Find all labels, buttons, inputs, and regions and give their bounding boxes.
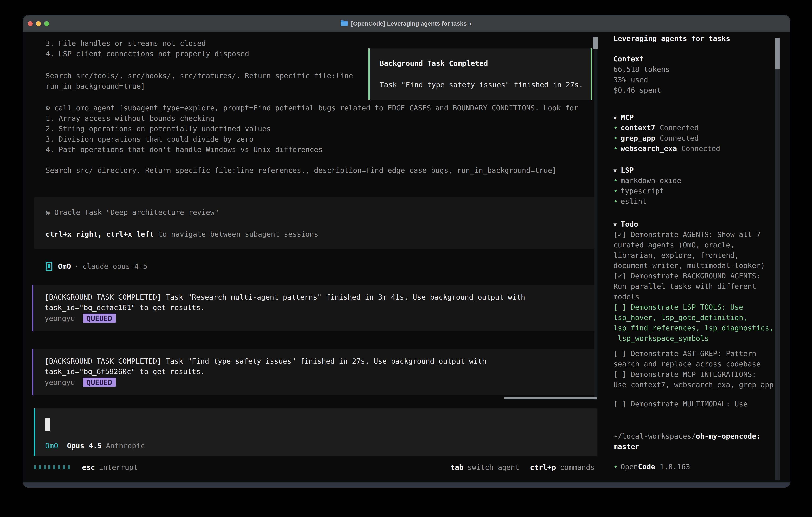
bullet-dot-icon: • bbox=[613, 196, 620, 207]
workspace-branch: master bbox=[613, 441, 761, 452]
input-model-name[interactable]: Opus 4.5 bbox=[67, 442, 102, 450]
workspace-dir: ~/local-workspaces/ bbox=[613, 432, 696, 440]
gear-icon: ⚙ bbox=[46, 104, 50, 112]
lsp-heading[interactable]: ▼LSP bbox=[613, 165, 681, 175]
bullet-dot-icon: • bbox=[613, 463, 620, 471]
background-task-toast: Background Task Completed Task "Find typ… bbox=[369, 48, 592, 100]
titlebar: [OpenCode] Leveraging agents for tasks ◐ bbox=[23, 16, 790, 32]
tool-call-lines: 1. Array access without bounds checking2… bbox=[46, 113, 578, 175]
lsp-item: •typescript bbox=[613, 186, 681, 196]
toast-body: Task "Find type safety issues" finished … bbox=[380, 80, 590, 90]
oracle-task-title: Oracle Task "Deep architecture review" bbox=[54, 208, 219, 216]
toast-title: Background Task Completed bbox=[380, 58, 590, 69]
version-row: •OpenCode1.0.163 bbox=[613, 461, 690, 472]
mcp-item: •grep_appConnected bbox=[613, 133, 720, 143]
checkbox-icon bbox=[46, 262, 52, 271]
bullet-dot-icon: • bbox=[613, 186, 620, 196]
status-badge: QUEUED bbox=[83, 314, 116, 323]
oracle-task-card[interactable]: ◉ Oracle Task "Deep architecture review"… bbox=[34, 197, 598, 249]
task-line: task_id="bg_6f59260c" to get results. bbox=[45, 366, 598, 377]
todo-pending-items: [ ] Demonstrate MULTIMODAL: Use bbox=[613, 399, 774, 409]
loading-half-circle-icon: ◐ bbox=[469, 20, 473, 27]
ctrlp-key-label: commands bbox=[560, 463, 594, 471]
todo-active-item: [ ] Demonstrate LSP TOOLS: Uselsp_hover,… bbox=[613, 302, 774, 344]
chevron-down-icon: ▼ bbox=[613, 221, 617, 228]
bullet-dot-icon: • bbox=[613, 143, 620, 154]
input-provider-name: Anthropic bbox=[106, 442, 145, 450]
status-bar: esc interrupt tab switch agent ctrl+p co… bbox=[34, 462, 594, 472]
bullet-dot-icon: • bbox=[613, 123, 620, 133]
agent-model: claude-opus-4-5 bbox=[83, 262, 147, 271]
bullet-dot-icon: • bbox=[613, 175, 620, 186]
sidebar-scrollbar-thumb[interactable] bbox=[775, 38, 780, 69]
task-completed-card: [BACKGROUND TASK COMPLETED] Task "Find t… bbox=[32, 349, 598, 395]
tab-key-hint: tab bbox=[451, 463, 463, 471]
session-title: Leveraging agents for tasks bbox=[613, 33, 730, 44]
lsp-item: •eslint bbox=[613, 196, 681, 207]
screen: [OpenCode] Leveraging agents for tasks ◐… bbox=[0, 0, 812, 517]
version-number: 1.0.163 bbox=[660, 463, 690, 471]
zoom-button[interactable] bbox=[44, 21, 49, 26]
task-user: yeongyu bbox=[45, 314, 75, 323]
tab-key-label: switch agent bbox=[467, 463, 519, 471]
todo-done-items: [✓] Demonstrate AGENTS: Show all 7curate… bbox=[613, 229, 774, 302]
task-user: yeongyu bbox=[45, 378, 75, 386]
spinner-dots bbox=[34, 465, 69, 469]
task-line: [BACKGROUND TASK COMPLETED] Task "Find t… bbox=[45, 356, 598, 366]
window-title: [OpenCode] Leveraging agents for tasks bbox=[351, 20, 467, 27]
todo-heading[interactable]: ▼Todo bbox=[613, 219, 774, 229]
chevron-down-icon: ▼ bbox=[613, 167, 617, 174]
status-badge: QUEUED bbox=[83, 378, 116, 387]
todo-pending-items: [ ] Demonstrate AST-GREP: Patternsearch … bbox=[613, 349, 774, 390]
chat-main-column: 3. File handles or streams not closed4. … bbox=[28, 32, 598, 482]
prompt-input[interactable]: OmO Opus 4.5 Anthropic bbox=[34, 408, 598, 456]
traffic-lights bbox=[28, 16, 49, 32]
chevron-down-icon: ▼ bbox=[613, 114, 617, 121]
mcp-heading[interactable]: ▼MCP bbox=[613, 112, 720, 123]
task-line: [BACKGROUND TASK COMPLETED] Task "Resear… bbox=[45, 292, 598, 302]
task-line: task_id="bg_dcfac161" to get results. bbox=[45, 302, 598, 313]
ctrlp-key-hint: ctrl+p bbox=[530, 463, 556, 471]
window-bottom-edge bbox=[23, 482, 790, 487]
mcp-section: ▼MCP •context7Connected •grep_appConnect… bbox=[613, 112, 720, 154]
sidebar: Leveraging agents for tasks Context 66,5… bbox=[613, 32, 775, 482]
agent-header: OmO · claude-opus-4-5 bbox=[46, 261, 147, 272]
lsp-section: ▼LSP •markdown-oxide •typescript •eslint bbox=[613, 165, 681, 207]
shortcut-hint: to navigate between subagent sessions bbox=[154, 230, 318, 238]
message-text-block: 3. File handles or streams not closed4. … bbox=[46, 38, 249, 59]
workspace-path: ~/local-workspaces/oh-my-opencode: maste… bbox=[613, 431, 761, 452]
main-scrollbar-thumb[interactable] bbox=[593, 37, 598, 49]
message-text-block: Search src/tools/, src/hooks/, src/featu… bbox=[46, 71, 353, 91]
agent-name: OmO bbox=[58, 262, 71, 271]
tool-call-text: call_omo_agent [subagent_type=explore, p… bbox=[54, 104, 578, 112]
bullet-dot-icon: • bbox=[613, 133, 620, 143]
context-heading: Context bbox=[613, 54, 670, 64]
opencode-window: [OpenCode] Leveraging agents for tasks ◐… bbox=[23, 15, 790, 488]
folder-icon bbox=[340, 20, 348, 28]
close-button[interactable] bbox=[28, 21, 33, 26]
main-horizontal-scrollbar-thumb[interactable] bbox=[504, 397, 597, 400]
context-section: Context 66,518 tokens33% used$0.46 spent bbox=[613, 54, 670, 96]
minimize-button[interactable] bbox=[36, 21, 41, 26]
lsp-item: •markdown-oxide bbox=[613, 175, 681, 186]
task-completed-card: [BACKGROUND TASK COMPLETED] Task "Resear… bbox=[32, 285, 598, 331]
shortcut-keys: ctrl+x right, ctrl+x left bbox=[46, 230, 154, 238]
esc-key-hint: esc bbox=[82, 463, 95, 471]
terminal-content: 3. File handles or streams not closed4. … bbox=[23, 32, 790, 482]
context-stats: 66,518 tokens33% used$0.46 spent bbox=[613, 64, 670, 96]
input-agent-name[interactable]: OmO bbox=[45, 442, 58, 450]
todo-section: ▼Todo [✓] Demonstrate AGENTS: Show all 7… bbox=[613, 219, 774, 409]
main-scrollbar-track[interactable] bbox=[594, 37, 598, 400]
tool-call-block: ⚙ call_omo_agent [subagent_type=explore,… bbox=[46, 103, 578, 175]
sidebar-scrollbar-track[interactable] bbox=[775, 38, 780, 480]
esc-key-label: interrupt bbox=[99, 463, 138, 471]
workspace-repo: oh-my-opencode: bbox=[696, 432, 761, 440]
record-icon: ◉ bbox=[46, 208, 50, 216]
mcp-item: •context7Connected bbox=[613, 123, 720, 133]
separator-dot: · bbox=[75, 262, 79, 271]
input-meta-row: OmO Opus 4.5 Anthropic bbox=[45, 440, 145, 451]
mcp-item: •websearch_exaConnected bbox=[613, 143, 720, 154]
text-cursor bbox=[45, 418, 50, 431]
